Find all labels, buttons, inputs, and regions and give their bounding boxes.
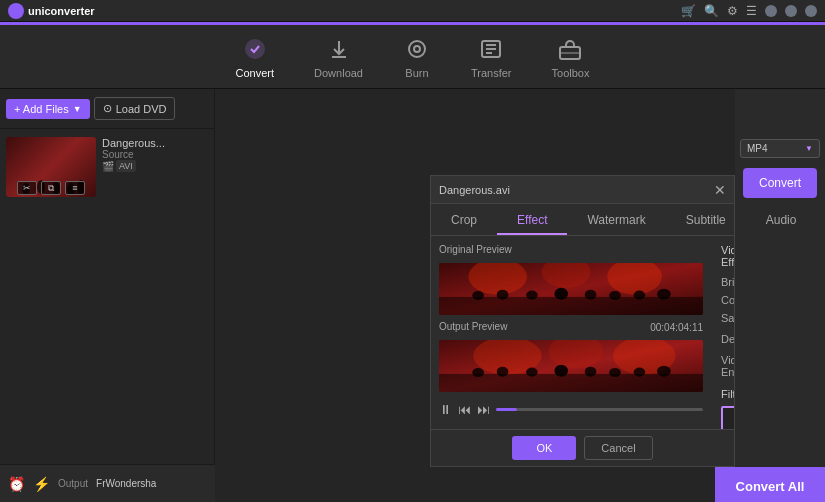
svg-point-37 (634, 368, 646, 377)
deinterlace-label: Deinterlace: (721, 333, 734, 345)
convert-all-button[interactable]: Convert All (715, 467, 825, 502)
tab-effect[interactable]: Effect (497, 204, 567, 235)
right-actions: MP4 ▼ Convert (735, 89, 825, 502)
load-dvd-button[interactable]: ⊙ Load DVD (94, 97, 176, 120)
svg-point-18 (472, 291, 484, 300)
app-logo: uniconverter (8, 3, 95, 19)
svg-point-33 (526, 368, 538, 377)
format-icon: 🎬 (102, 161, 114, 172)
dialog-body: Original Preview (431, 236, 734, 429)
settings-thumb-icon[interactable]: ≡ (65, 181, 85, 195)
window-controls: 🛒 🔍 ⚙ ☰ (681, 4, 817, 18)
svg-point-2 (409, 41, 425, 57)
output-format-dropdown[interactable]: MP4 ▼ (740, 139, 820, 158)
brightness-label: Brightness: (721, 276, 734, 288)
output-preview-label: Output Preview (439, 321, 507, 332)
cart-icon[interactable]: 🛒 (681, 4, 696, 18)
file-item: ✂ ⧉ ≡ Dangerous... Source 🎬 AVI (0, 129, 214, 205)
file-name: Dangerous... (102, 137, 208, 149)
svg-point-32 (497, 367, 509, 377)
add-files-button[interactable]: + Add Files ▼ (6, 99, 90, 119)
dropdown-arrow-icon: ▼ (73, 104, 82, 114)
enhancer-label: Video Enhancer: (721, 354, 734, 378)
top-bar: uniconverter 🛒 🔍 ⚙ ☰ (0, 0, 825, 22)
thumbnail-controls: ✂ ⧉ ≡ (6, 181, 96, 195)
ok-button[interactable]: OK (512, 436, 576, 460)
tab-watermark[interactable]: Watermark (567, 204, 665, 235)
output-timecode: 00:04:04:11 (650, 322, 703, 333)
svg-point-22 (585, 290, 597, 300)
content-area: MP4 ▼ Convert Dangerous.avi ✕ Crop Effec… (215, 89, 825, 502)
nav-transfer-label: Transfer (471, 67, 512, 79)
pause-button[interactable]: ⏸ (439, 402, 452, 417)
nav-transfer[interactable]: Transfer (471, 35, 512, 79)
menu-icon[interactable]: ☰ (746, 4, 757, 18)
filter-none-inner: None (723, 408, 734, 429)
tab-subtitle[interactable]: Subtitle (666, 204, 746, 235)
sidebar-actions: + Add Files ▼ ⊙ Load DVD (0, 89, 214, 129)
format-badge: AVI (116, 160, 136, 172)
close-button[interactable] (805, 5, 817, 17)
toolbox-icon (556, 35, 584, 63)
nav-download[interactable]: Download (314, 35, 363, 79)
nav-download-label: Download (314, 67, 363, 79)
tab-audio[interactable]: Audio (746, 204, 817, 235)
settings-icon[interactable]: ⚙ (727, 4, 738, 18)
add-files-label: + Add Files (14, 103, 69, 115)
download-icon (325, 35, 353, 63)
maximize-button[interactable] (785, 5, 797, 17)
prev-button[interactable]: ⏮ (458, 402, 471, 417)
schedule-icon[interactable]: ⏰ (8, 476, 25, 492)
brightness-row: Brightness: 0 (721, 276, 724, 288)
cancel-button[interactable]: Cancel (584, 436, 652, 460)
output-preview-header: Output Preview 00:04:04:11 (439, 321, 703, 334)
preview-area: Original Preview (431, 236, 711, 429)
output-value: FrWondersha (96, 478, 156, 489)
power-icon[interactable]: ⚡ (33, 476, 50, 492)
dialog-close-button[interactable]: ✕ (714, 182, 726, 198)
dialog-titlebar: Dangerous.avi ✕ (431, 176, 734, 204)
dialog-title: Dangerous.avi (439, 184, 714, 196)
load-dvd-label: Load DVD (116, 103, 167, 115)
source-label: Source (102, 149, 134, 160)
contrast-label: Contrast: (721, 294, 734, 306)
filter-none[interactable]: None None (721, 406, 734, 429)
nav-burn[interactable]: Burn (403, 35, 431, 79)
svg-point-36 (609, 368, 621, 377)
svg-point-21 (554, 288, 568, 300)
next-button[interactable]: ⏭ (477, 402, 490, 417)
search-icon[interactable]: 🔍 (704, 4, 719, 18)
left-sidebar: + Add Files ▼ ⊙ Load DVD (0, 89, 215, 502)
crop-thumb-icon[interactable]: ⧉ (41, 181, 61, 195)
nav-burn-label: Burn (405, 67, 428, 79)
enhancer-row: Video Enhancer: Auto Enhance (721, 354, 724, 378)
svg-rect-1 (332, 56, 346, 58)
trim-icon[interactable]: ✂ (17, 181, 37, 195)
file-thumbnail: ✂ ⧉ ≡ (6, 137, 96, 197)
nav-toolbox[interactable]: Toolbox (552, 35, 590, 79)
burn-icon (403, 35, 431, 63)
nav-toolbox-label: Toolbox (552, 67, 590, 79)
original-preview-video (439, 263, 703, 315)
svg-point-38 (657, 366, 671, 377)
nav-convert[interactable]: Convert (236, 35, 275, 79)
effect-dialog: Dangerous.avi ✕ Crop Effect Watermark Su… (430, 175, 735, 467)
file-info: Dangerous... Source 🎬 AVI (102, 137, 208, 197)
progress-bar[interactable] (496, 408, 703, 411)
output-label: Output (58, 478, 88, 489)
output-format-label: MP4 (747, 143, 768, 154)
svg-point-35 (585, 367, 597, 377)
svg-point-31 (472, 368, 484, 377)
filters-grid: None None Holiday (721, 406, 724, 429)
saturation-label: Saturation: (721, 312, 734, 324)
dvd-icon: ⊙ (103, 102, 112, 115)
minimize-button[interactable] (765, 5, 777, 17)
file-format: 🎬 AVI (102, 160, 208, 172)
progress-fill (496, 408, 517, 411)
main-area: + Add Files ▼ ⊙ Load DVD (0, 89, 825, 502)
convert-button[interactable]: Convert (743, 168, 817, 198)
saturation-row: Saturation: 0 (721, 312, 724, 324)
svg-point-25 (657, 289, 671, 300)
tab-crop[interactable]: Crop (431, 204, 497, 235)
svg-point-3 (414, 46, 420, 52)
